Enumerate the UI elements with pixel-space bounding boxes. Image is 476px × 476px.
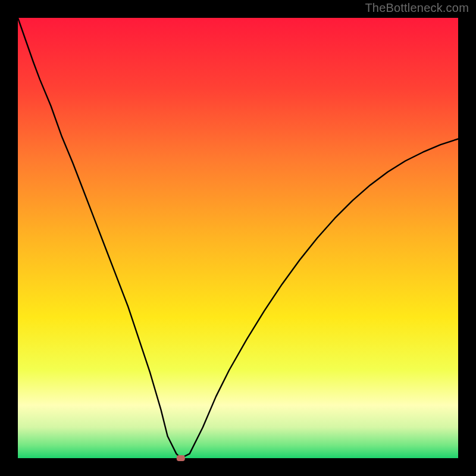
plot-background	[18, 18, 458, 458]
bottleneck-chart	[0, 0, 476, 476]
optimal-point-marker	[177, 455, 185, 461]
watermark-label: TheBottleneck.com	[365, 1, 469, 15]
chart-container: TheBottleneck.com	[0, 0, 476, 476]
